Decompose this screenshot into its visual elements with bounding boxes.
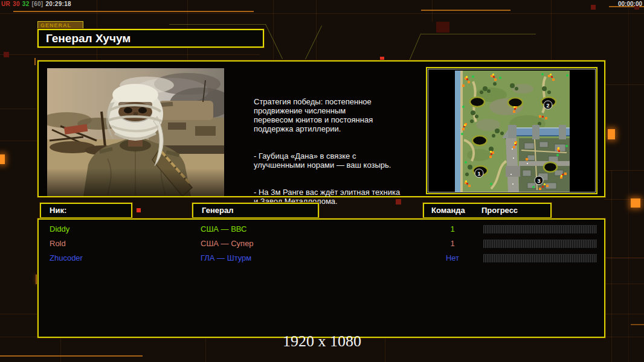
- player-team: 1: [434, 224, 471, 233]
- svg-text:3: 3: [537, 178, 540, 184]
- player-row: Rold США — Супер 1: [39, 237, 604, 251]
- minimap-image: 1 2 3: [455, 71, 570, 192]
- progress-bar: [483, 225, 597, 234]
- general-portrait-image: [47, 68, 224, 196]
- minimap-frame: 1 2 3: [428, 69, 596, 192]
- player-nick: Rold: [50, 239, 66, 248]
- screen: UR3032[60]20:29:18 00:00:00 GENERAL Гене…: [0, 0, 644, 362]
- svg-text:2: 2: [546, 103, 549, 109]
- player-general: США — ВВС: [201, 224, 247, 233]
- match-timer: 00:00:00: [618, 1, 642, 7]
- net-value-1: 30: [13, 1, 20, 7]
- map-marker-3: 3: [535, 176, 543, 185]
- map-marker-2: 2: [544, 101, 552, 109]
- general-tab: GENERAL: [37, 21, 83, 29]
- player-general: США — Супер: [201, 239, 254, 248]
- general-info-panel: Стратегия победы: постепенное продвижени…: [37, 60, 605, 197]
- column-header-team: Команда: [431, 204, 465, 217]
- hud-clock: 20:29:18: [46, 1, 71, 7]
- players-panel: Diddy США — ВВС 1 Rold США — Супер 1 Zhu…: [37, 218, 605, 338]
- svg-text:1: 1: [477, 171, 480, 177]
- column-header-general: Генерал: [192, 203, 319, 218]
- player-team: 1: [434, 239, 471, 248]
- player-general: ГЛА — Штурм: [201, 253, 251, 262]
- net-value-2: 32: [22, 1, 30, 7]
- player-nick: Zhucoder: [50, 253, 83, 262]
- player-team: Нет: [434, 253, 471, 262]
- general-portrait: [47, 68, 224, 196]
- player-nick: Diddy: [50, 224, 69, 233]
- progress-bar: [483, 240, 597, 249]
- player-row: Diddy США — ВВС 1: [39, 222, 604, 237]
- column-header-progress: Прогресс: [481, 204, 518, 217]
- resolution-label: 1920 x 1080: [0, 332, 644, 351]
- net-label: UR: [1, 1, 10, 7]
- column-header-team-progress: Команда Прогресс: [423, 203, 552, 218]
- network-stats: UR3032[60]20:29:18: [1, 1, 74, 7]
- player-row: Zhucoder ГЛА — Штурм Нет: [39, 251, 604, 265]
- minimap-panel: 1 2 3: [426, 67, 597, 194]
- general-title: Генерал Хучум: [37, 29, 264, 48]
- progress-bar: [483, 254, 597, 263]
- column-header-nick: Ник:: [40, 203, 132, 218]
- strategy-paragraph: Стратегия победы: постепенное продвижени…: [254, 97, 423, 133]
- net-value-3: [60]: [32, 1, 43, 7]
- strategy-paragraph: - Гаубица «Дана» в связке с улучшенными …: [254, 151, 423, 170]
- map-marker-1: 1: [475, 169, 483, 177]
